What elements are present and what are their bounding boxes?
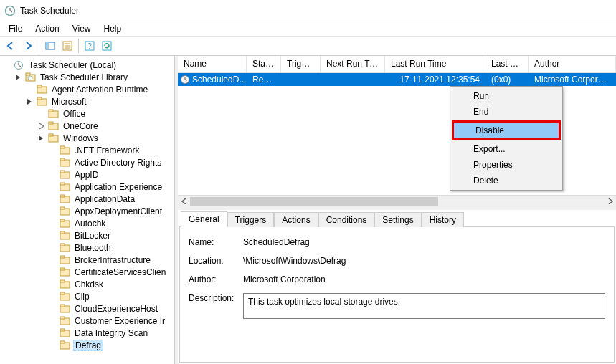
tree-office[interactable]: Office (36, 107, 174, 120)
tree-library[interactable]: Task Scheduler Library (13, 71, 174, 83)
tree-folder-appdata[interactable]: ApplicationData (47, 193, 174, 205)
scroll-thumb[interactable] (190, 197, 438, 206)
task-lastresult: (0x0) (485, 74, 529, 85)
col-name[interactable]: Name (178, 56, 247, 72)
tree-folder-chkdsk[interactable]: Chkdsk (47, 278, 174, 290)
tree-folder-label: Customer Experience Ir (73, 316, 166, 326)
ctx-properties[interactable]: Properties (452, 157, 561, 173)
ctx-delete[interactable]: Delete (452, 173, 561, 188)
menu-view[interactable]: View (67, 22, 97, 35)
col-lastrun[interactable]: Last Run Time (385, 56, 485, 72)
tree-root[interactable]: Task Scheduler (Local) (1, 59, 174, 71)
horizontal-scrollbar[interactable] (178, 195, 616, 207)
task-row[interactable]: ScheduledD... Ready 17-11-2021 12:35:54 … (178, 73, 616, 86)
titlebar: Task Scheduler (0, 0, 616, 21)
tree-folder-adrights[interactable]: Active Directory Rights (47, 156, 174, 168)
folder-icon (60, 194, 71, 204)
tree-folder-label: AppID (73, 170, 100, 180)
scroll-right-button[interactable] (604, 196, 616, 208)
task-nextrun (321, 79, 385, 80)
detail-description-value[interactable]: This task optimizes local storage drives… (243, 293, 605, 319)
forward-button[interactable] (20, 38, 36, 54)
tree-folder-net[interactable]: .NET Framework (47, 144, 174, 156)
tab-settings[interactable]: Settings (374, 212, 421, 227)
tab-triggers[interactable]: Triggers (227, 212, 275, 227)
tab-history[interactable]: History (422, 212, 464, 227)
folder-icon (60, 182, 71, 192)
svg-rect-61 (60, 341, 65, 343)
scroll-left-button[interactable] (178, 196, 190, 208)
tree-folder-label: Autochk (73, 219, 107, 229)
window-title: Task Scheduler (20, 6, 79, 16)
col-nextrun[interactable]: Next Run Time (321, 56, 385, 72)
properties-button[interactable] (60, 38, 75, 54)
folder-icon (60, 243, 71, 253)
tree-folder-bitlocker[interactable]: BitLocker (47, 229, 174, 241)
folder-icon (60, 292, 71, 302)
expander-collapsed-icon[interactable] (37, 122, 46, 130)
back-button[interactable] (3, 38, 19, 54)
tree-folder-appx[interactable]: AppxDeploymentClient (47, 205, 174, 217)
tree-folder-bluetooth[interactable]: Bluetooth (47, 241, 174, 254)
detail-description-label: Description: (189, 293, 243, 303)
scheduler-icon (14, 60, 25, 70)
show-hide-button[interactable] (42, 38, 58, 54)
tab-conditions[interactable]: Conditions (318, 212, 375, 227)
refresh-button[interactable] (99, 38, 115, 54)
tab-body-general: Name: ScheduledDefrag Location: \Microso… (179, 227, 615, 363)
details-pane: General Triggers Actions Conditions Sett… (178, 210, 616, 364)
expander-icon[interactable] (37, 134, 46, 143)
tree-folder-appid[interactable]: AppID (47, 168, 174, 181)
tab-general[interactable]: General (181, 211, 227, 227)
tree-microsoft[interactable]: Microsoft (24, 95, 174, 107)
tree-folder-custexp[interactable]: Customer Experience Ir (47, 315, 174, 327)
folder-icon (48, 109, 60, 119)
folder-icon (60, 340, 71, 350)
tree-folder-broker[interactable]: BrokerInfrastructure (47, 254, 174, 266)
tree-folder-label: Active Directory Rights (73, 158, 163, 168)
menubar: File Action View Help (0, 21, 616, 36)
tree-folder-label: Chkdsk (73, 279, 105, 289)
tree-folder-label: CertificateServicesClien (73, 267, 167, 277)
tab-actions[interactable]: Actions (274, 212, 318, 227)
folder-icon (60, 279, 71, 289)
expander-icon[interactable] (26, 97, 34, 106)
tree-onecore[interactable]: OneCore (36, 120, 174, 132)
tree-folder-defrag[interactable]: Defrag (47, 339, 174, 351)
folder-icon (60, 145, 71, 155)
ctx-export[interactable]: Export... (452, 141, 561, 157)
ctx-run[interactable]: Run (452, 88, 561, 104)
col-status[interactable]: Status (247, 56, 281, 72)
svg-rect-47 (60, 256, 65, 258)
detail-author-value: Microsoft Corporation (243, 274, 605, 284)
svg-rect-19 (37, 85, 42, 87)
tree-folder-clip[interactable]: Clip (47, 290, 174, 302)
col-lastresult[interactable]: Last Run Result (485, 56, 529, 72)
svg-rect-21 (37, 97, 42, 100)
tree-folder-label: CloudExperienceHost (73, 304, 159, 314)
menu-file[interactable]: File (3, 22, 28, 35)
tree-windows[interactable]: Windows (36, 132, 174, 144)
menu-action[interactable]: Action (29, 22, 65, 35)
tree-folder-cert[interactable]: CertificateServicesClien (47, 266, 174, 278)
ctx-disable[interactable]: Disable (452, 120, 561, 140)
task-name: ScheduledD... (192, 75, 246, 85)
tree-folder-label: AppxDeploymentClient (73, 206, 164, 216)
ctx-end[interactable]: End (452, 104, 561, 120)
col-author[interactable]: Author (529, 56, 616, 72)
tree-agent[interactable]: Agent Activation Runtime (24, 83, 174, 95)
library-icon (25, 72, 37, 82)
svg-rect-23 (49, 110, 53, 112)
col-triggers[interactable]: Triggers (281, 56, 321, 72)
folder-icon (60, 267, 71, 277)
tree-folder-label: Application Experience (73, 182, 164, 192)
tree-folder-autochk[interactable]: Autochk (47, 217, 174, 229)
tree-pane: Task Scheduler (Local) Task Scheduler Li… (0, 56, 175, 364)
expander-icon[interactable] (14, 73, 23, 82)
tree-folder-cloud[interactable]: CloudExperienceHost (47, 302, 174, 315)
menu-help[interactable]: Help (98, 22, 128, 35)
help-button[interactable]: ? (82, 38, 98, 54)
tree-folder-appexp[interactable]: Application Experience (47, 181, 174, 193)
tree-folder-datascan[interactable]: Data Integrity Scan (47, 327, 174, 339)
detail-location-label: Location: (189, 256, 243, 266)
